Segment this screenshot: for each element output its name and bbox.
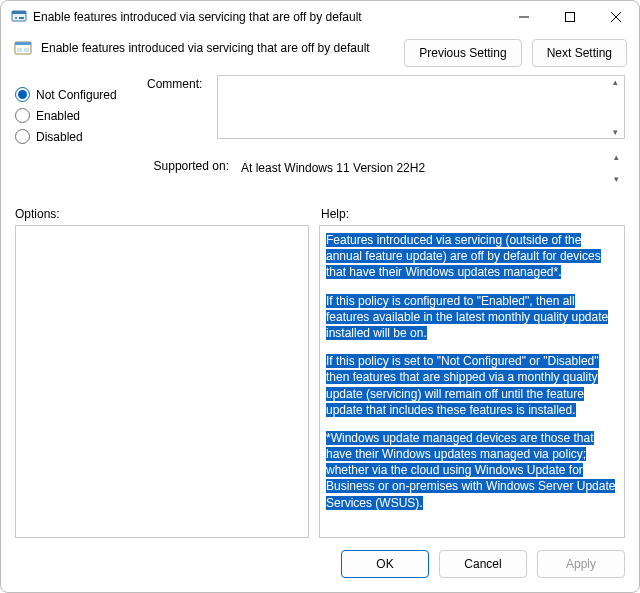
window-title: Enable features introduced via servicing… [33,10,501,24]
help-paragraph: If this policy is set to "Not Configured… [326,353,618,418]
section-headers: Options: Help: [1,193,639,225]
svg-rect-5 [566,13,575,22]
svg-point-2 [15,17,17,19]
maximize-button[interactable] [547,1,593,33]
options-pane [15,225,309,538]
svg-rect-10 [17,48,22,52]
arrow-up-icon: ▴ [609,153,623,161]
close-button[interactable] [593,1,639,33]
policy-icon [13,39,33,59]
dialog-window: Enable features introduced via servicing… [0,0,640,593]
title-bar: Enable features introduced via servicing… [1,1,639,33]
help-section-label: Help: [321,207,349,221]
comment-scroll[interactable]: ▴ ▾ [608,76,622,138]
policy-header: Enable features introduced via servicing… [1,33,639,67]
supported-scroll[interactable]: ▴ ▾ [609,151,623,185]
app-icon [11,9,27,25]
comment-label: Comment: [147,75,217,139]
options-section-label: Options: [15,207,321,221]
radio-icon [15,129,30,144]
supported-on-value-box: At least Windows 11 Version 22H2 ▴ ▾ [237,151,625,185]
radio-label: Not Configured [36,88,117,102]
help-paragraph: If this policy is configured to "Enabled… [326,293,618,342]
help-pane[interactable]: Features introduced via servicing (outsi… [319,225,625,538]
radio-icon [15,108,30,123]
policy-title: Enable features introduced via servicing… [41,39,396,55]
radio-icon [15,87,30,102]
help-paragraph: Features introduced via servicing (outsi… [326,232,618,281]
supported-on-value: At least Windows 11 Version 22H2 [241,161,425,175]
arrow-down-icon: ▾ [608,128,622,136]
cancel-button[interactable]: Cancel [439,550,527,578]
help-paragraph: *Windows update managed devices are thos… [326,430,618,511]
state-radios: Not Configured Enabled Disabled [15,75,139,193]
panes: Features introduced via servicing (outsi… [1,225,639,538]
ok-button[interactable]: OK [341,550,429,578]
apply-button[interactable]: Apply [537,550,625,578]
svg-rect-1 [12,11,26,14]
arrow-down-icon: ▾ [609,175,623,183]
radio-label: Disabled [36,130,83,144]
svg-rect-11 [24,48,29,52]
dialog-footer: OK Cancel Apply [1,538,639,592]
svg-rect-9 [15,42,31,45]
svg-rect-3 [19,17,24,19]
radio-label: Enabled [36,109,80,123]
supported-on-label: Supported on: [147,151,237,185]
window-controls [501,1,639,33]
radio-enabled[interactable]: Enabled [15,108,139,123]
next-setting-button[interactable]: Next Setting [532,39,627,67]
minimize-button[interactable] [501,1,547,33]
radio-not-configured[interactable]: Not Configured [15,87,139,102]
arrow-up-icon: ▴ [608,78,622,86]
radio-disabled[interactable]: Disabled [15,129,139,144]
comment-textarea[interactable]: ▴ ▾ [217,75,625,139]
config-area: Not Configured Enabled Disabled Comment:… [1,67,639,193]
previous-setting-button[interactable]: Previous Setting [404,39,521,67]
